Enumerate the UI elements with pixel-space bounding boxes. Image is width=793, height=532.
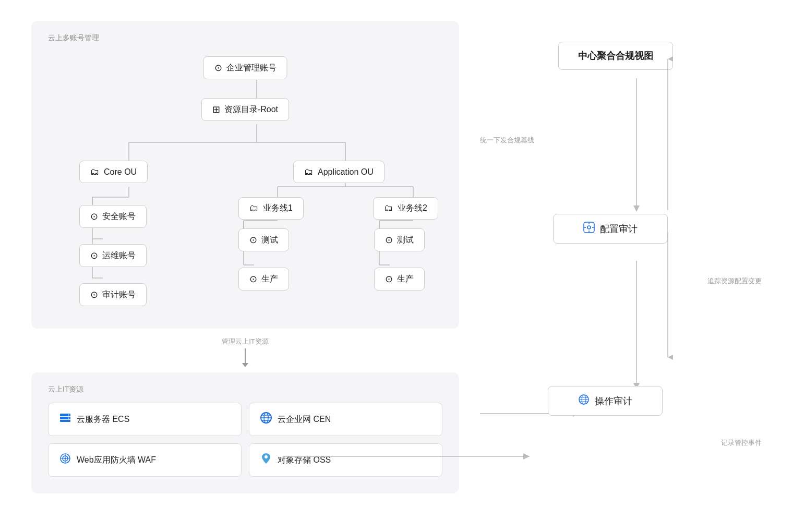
resource-grid: 云服务器 ECS 云企业网 CEN — [48, 403, 442, 477]
svg-rect-27 — [68, 415, 69, 416]
cloud-mgmt-label: 云上多账号管理 — [48, 33, 442, 43]
cloud-it-label: 云上IT资源 — [48, 385, 442, 394]
oss-label: 对象存储 OSS — [278, 455, 331, 466]
config-icon — [583, 222, 595, 236]
resource-cen: 云企业网 CEN — [249, 403, 442, 436]
cloud-mgmt-box: 云上多账号管理 — [31, 21, 459, 329]
label-record: 记录管控事件 — [721, 438, 762, 448]
resource-waf: Web应用防火墙 WAF — [48, 443, 242, 477]
label-track: 追踪资源配置变更 — [707, 276, 762, 286]
core-ou-node: 🗂 Core OU — [79, 161, 148, 183]
enterprise-icon: ⊙ — [214, 62, 222, 74]
root-icon: ⊞ — [212, 104, 220, 115]
oss-icon — [260, 452, 272, 468]
biz2-test-icon: ⊙ — [385, 234, 393, 246]
svg-point-44 — [587, 226, 591, 229]
app-folder-icon: 🗂 — [304, 166, 314, 177]
audit-label: 操作审计 — [595, 395, 632, 407]
biz1-test-icon: ⊙ — [249, 234, 257, 246]
waf-icon — [59, 452, 71, 468]
svg-rect-28 — [68, 418, 69, 419]
resource-oss: 对象存储 OSS — [249, 443, 442, 477]
security-account: ⊙ 安全账号 — [79, 205, 147, 228]
security-icon: ⊙ — [90, 211, 98, 222]
operation-audit-icon — [578, 394, 590, 408]
ops-icon: ⊙ — [90, 250, 98, 261]
arrow-label-text: 管理云上IT资源 — [222, 337, 269, 346]
app-ou-node: 🗂 Application OU — [293, 161, 385, 183]
waf-label: Web应用防火墙 WAF — [77, 455, 156, 466]
ecs-label: 云服务器 ECS — [77, 414, 129, 425]
cloud-it-box: 云上IT资源 云服务器 ECS — [31, 372, 459, 493]
biz-line1-node: 🗂 业务线1 — [238, 197, 304, 220]
arrow-to-resources: 管理云上IT资源 — [31, 337, 459, 364]
right-diagram: 中心聚合合规视图 统一下发合规基线 — [480, 31, 762, 501]
ecs-icon — [59, 412, 71, 427]
enterprise-node: ⊙ 企业管理账号 — [203, 56, 287, 79]
ops-account: ⊙ 运维账号 — [79, 244, 147, 267]
biz2-test: ⊙ 测试 — [374, 228, 425, 251]
core-folder-icon: 🗂 — [90, 166, 100, 177]
right-panel: 中心聚合合规视图 统一下发合规基线 — [480, 21, 762, 511]
left-panel: 云上多账号管理 — [31, 21, 459, 511]
biz1-prod-icon: ⊙ — [249, 273, 257, 285]
root-node: ⊞ 资源目录-Root — [201, 98, 289, 121]
tree-area: ⊙ 企业管理账号 ⊞ 资源目录-Root 🗂 Core OU — [48, 51, 442, 312]
audit-account: ⊙ 审计账号 — [79, 283, 147, 306]
cen-icon — [260, 412, 272, 427]
svg-point-39 — [265, 455, 268, 458]
label-baseline: 统一下发合规基线 — [480, 136, 534, 145]
biz-line2-node: 🗂 业务线2 — [373, 197, 438, 220]
cen-label: 云企业网 CEN — [278, 414, 331, 425]
config-label: 配置审计 — [600, 223, 638, 235]
arrow-down-line — [245, 348, 246, 364]
svg-rect-26 — [60, 420, 70, 422]
biz2-folder-icon: 🗂 — [384, 203, 393, 214]
biz2-prod-icon: ⊙ — [385, 273, 393, 285]
audit-node: 操作审计 — [548, 386, 663, 416]
biz1-prod: ⊙ 生产 — [238, 268, 289, 291]
compliance-label: 中心聚合合规视图 — [578, 50, 653, 62]
biz1-test: ⊙ 测试 — [238, 228, 289, 251]
compliance-node: 中心聚合合规视图 — [558, 42, 673, 70]
audit-account-icon: ⊙ — [90, 289, 98, 300]
resource-ecs: 云服务器 ECS — [48, 403, 242, 436]
right-lines-svg — [480, 31, 762, 501]
biz2-prod: ⊙ 生产 — [374, 268, 425, 291]
main-container: 云上多账号管理 — [0, 0, 793, 532]
config-node: 配置审计 — [553, 214, 668, 244]
biz1-folder-icon: 🗂 — [249, 203, 259, 214]
